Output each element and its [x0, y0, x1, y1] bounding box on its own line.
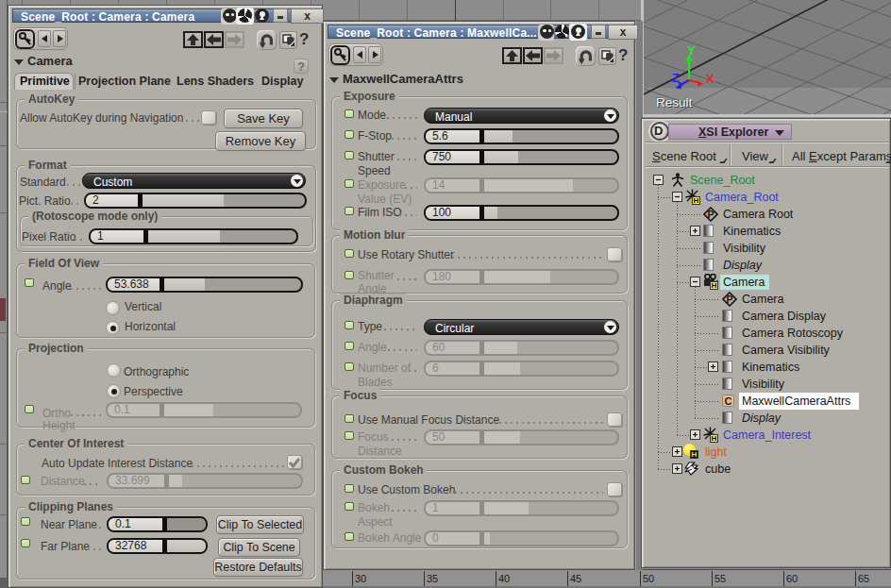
svg-text:P: P	[726, 294, 732, 305]
svg-text:P: P	[707, 209, 714, 220]
